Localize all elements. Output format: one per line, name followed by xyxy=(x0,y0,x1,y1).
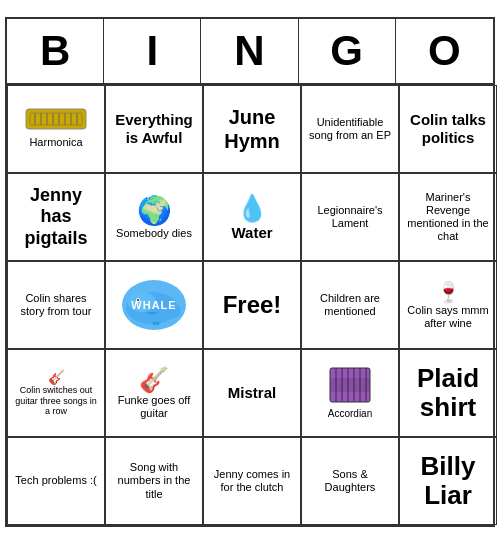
harmonica-icon xyxy=(25,108,87,134)
globe-icon: 🌍 xyxy=(137,194,172,227)
cell-r3c4[interactable]: Plaid shirt xyxy=(399,349,497,437)
cell-r3c1[interactable]: 🎸 Funke goes off guitar xyxy=(105,349,203,437)
cell-r3c2[interactable]: Mistral xyxy=(203,349,301,437)
cell-r0c3-text: Unidentifiable song from an EP xyxy=(306,116,394,142)
cell-r0c0[interactable]: Harmonica xyxy=(7,85,105,173)
cell-r1c0-text: Jenny has pigtails xyxy=(12,185,100,250)
cell-r4c1[interactable]: Song with numbers in the title xyxy=(105,437,203,525)
cell-r0c1-text: Everything is Awful xyxy=(110,111,198,147)
cell-r1c3-text: Legionnaire's Lament xyxy=(306,204,394,230)
cell-r0c4[interactable]: Colin talks politics xyxy=(399,85,497,173)
header-o: O xyxy=(396,19,493,83)
cell-r2c2-free[interactable]: Free! xyxy=(203,261,301,349)
accordion-icon xyxy=(328,366,372,408)
cell-r1c1[interactable]: 🌍 Somebody dies xyxy=(105,173,203,261)
bingo-header: B I N G O xyxy=(7,19,493,85)
cell-r3c2-text: Mistral xyxy=(228,384,276,402)
cell-r1c1-text: Somebody dies xyxy=(116,227,192,240)
cell-r1c4-text: Mariner's Revenge mentioned in the chat xyxy=(404,191,492,244)
bingo-card: B I N G O Harmonica xyxy=(5,17,495,527)
cell-r0c3[interactable]: Unidentifiable song from an EP xyxy=(301,85,399,173)
header-g: G xyxy=(299,19,396,83)
cell-r4c3[interactable]: Sons & Daughters xyxy=(301,437,399,525)
cell-r4c2[interactable]: Jenny comes in for the clutch xyxy=(203,437,301,525)
cell-r0c0-text: Harmonica xyxy=(29,136,82,149)
header-b: B xyxy=(7,19,104,83)
cell-r0c2-text: June Hymn xyxy=(208,105,296,153)
cell-r3c0-text: Colin switches out guitar three songs in… xyxy=(12,385,100,417)
cell-r4c3-text: Sons & Daughters xyxy=(306,468,394,494)
svg-rect-21 xyxy=(330,378,370,392)
bingo-grid: Harmonica Everything is Awful June Hymn … xyxy=(7,85,493,525)
water-icon: 💧 xyxy=(236,193,268,224)
cell-r0c4-text: Colin talks politics xyxy=(404,111,492,147)
cell-r2c4-text: Colin says mmm after wine xyxy=(404,304,492,330)
cell-r2c2-text: Free! xyxy=(223,291,282,319)
cell-r2c3[interactable]: Children are mentioned xyxy=(301,261,399,349)
header-i: I xyxy=(104,19,201,83)
cell-r1c0[interactable]: Jenny has pigtails xyxy=(7,173,105,261)
cell-r4c4-text: Billy Liar xyxy=(404,452,492,509)
cell-r3c4-text: Plaid shirt xyxy=(404,364,492,421)
cell-r2c4[interactable]: 🍷 Colin says mmm after wine xyxy=(399,261,497,349)
whale-icon: WHALE xyxy=(122,280,186,330)
cell-r3c3-text: Accordian xyxy=(328,408,372,420)
cell-r3c3[interactable]: Accordian xyxy=(301,349,399,437)
whale-label: WHALE xyxy=(131,299,176,311)
guitar-icon: 🎸 xyxy=(139,366,169,394)
cell-r0c2[interactable]: June Hymn xyxy=(203,85,301,173)
cell-r4c2-text: Jenny comes in for the clutch xyxy=(208,468,296,494)
header-n: N xyxy=(201,19,298,83)
cell-r4c4[interactable]: Billy Liar xyxy=(399,437,497,525)
cell-r4c0[interactable]: Tech problems :( xyxy=(7,437,105,525)
cell-r2c0[interactable]: Colin shares story from tour xyxy=(7,261,105,349)
cell-r1c4[interactable]: Mariner's Revenge mentioned in the chat xyxy=(399,173,497,261)
cell-r3c0[interactable]: 🎸 Colin switches out guitar three songs … xyxy=(7,349,105,437)
cell-r2c3-text: Children are mentioned xyxy=(306,292,394,318)
guitar-small-icon: 🎸 xyxy=(48,369,65,385)
cell-r1c3[interactable]: Legionnaire's Lament xyxy=(301,173,399,261)
cell-r1c2[interactable]: 💧 Water xyxy=(203,173,301,261)
cell-r4c1-text: Song with numbers in the title xyxy=(110,461,198,501)
wine-icon: 🍷 xyxy=(436,280,461,304)
cell-r2c0-text: Colin shares story from tour xyxy=(12,292,100,318)
cell-r3c1-text: Funke goes off guitar xyxy=(110,394,198,420)
cell-r0c1[interactable]: Everything is Awful xyxy=(105,85,203,173)
cell-r2c1[interactable]: WHALE xyxy=(105,261,203,349)
cell-r4c0-text: Tech problems :( xyxy=(15,474,96,487)
cell-r1c2-text: Water xyxy=(231,224,272,242)
